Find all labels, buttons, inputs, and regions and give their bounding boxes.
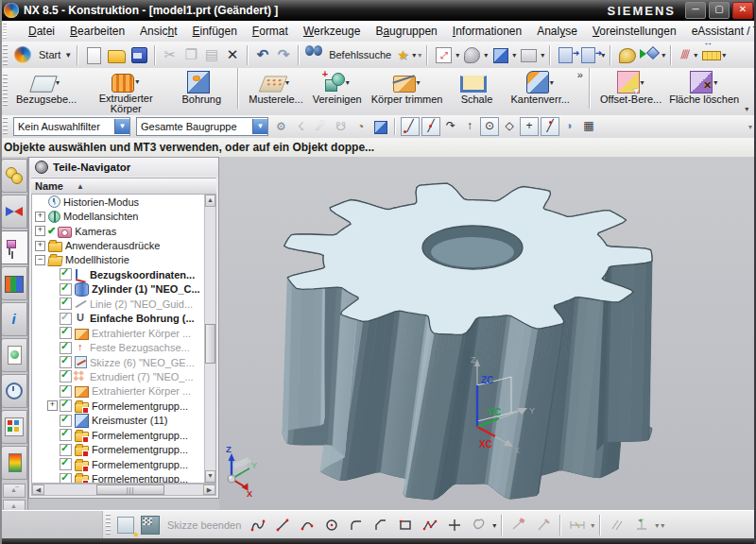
menu-item-format[interactable]: Format	[245, 22, 296, 41]
selbar-options-caret-icon[interactable]: ▾	[748, 123, 752, 131]
window-in-icon[interactable]	[558, 47, 573, 63]
tree-row[interactable]: ✔ Linie (2) "NEO_Guid...	[32, 297, 205, 311]
studio-spline-icon[interactable]	[469, 515, 490, 536]
feature-button-shell[interactable]: ▾ Schale	[446, 69, 507, 114]
tree-row[interactable]: ✔ Bezugskoordinaten...	[32, 267, 205, 281]
tree-row[interactable]: ✔ Formelementgrupp...	[32, 442, 205, 456]
scroll-left-icon[interactable]: ◀	[32, 484, 44, 495]
feature-button-plane[interactable]: ▾ Bezugsebe...	[12, 69, 80, 114]
tree-row[interactable]: ✔ Zylinder (1) "NEO_C...	[32, 282, 205, 297]
checkbox-icon[interactable]	[60, 385, 72, 398]
feature-caret-icon[interactable]: ▾	[713, 78, 717, 87]
menu-item-datei[interactable]: Datei	[21, 22, 62, 41]
snap-point-on-face-icon[interactable]: ◗	[561, 118, 578, 135]
datum-display-icon[interactable]: ⫽⫽	[676, 45, 693, 64]
menu-item-bearbeiten[interactable]: Bearbeiten	[62, 22, 132, 41]
tab-reuse-library[interactable]	[1, 266, 27, 300]
open-file-icon[interactable]	[108, 50, 126, 63]
tree-row[interactable]: ✔ Formelementgrupp...	[32, 457, 205, 471]
checkbox-icon[interactable]	[60, 313, 72, 325]
expander-icon[interactable]: +	[35, 212, 45, 222]
toolbar-grip[interactable]	[3, 74, 8, 107]
snap-point-on-curve-icon[interactable]: ╱	[541, 117, 559, 136]
circle-icon[interactable]	[321, 515, 342, 536]
feature-button-hole[interactable]: ▾ Bohrung	[171, 69, 232, 114]
chamfer-icon[interactable]	[370, 515, 391, 536]
window-minimize-button[interactable]: ─	[685, 2, 706, 19]
menu-item-eassistant-tbk[interactable]: eAssistant / TBK	[684, 22, 756, 41]
feature-caret-icon[interactable]: ▾	[346, 78, 350, 87]
roles-palette-icon[interactable]	[619, 48, 636, 63]
scroll-down-icon[interactable]: ▼	[205, 470, 215, 483]
feature-caret-icon[interactable]: ▾	[641, 78, 644, 87]
arc-icon[interactable]	[297, 515, 318, 536]
profile-icon[interactable]	[248, 515, 268, 536]
feature-button-extrude[interactable]: ▾ Extrudierter Körper	[80, 69, 171, 114]
menu-grip[interactable]	[3, 24, 7, 39]
toolbar-grip[interactable]	[3, 44, 8, 65]
tree-row[interactable]: + ✔ Anwenderausdrücke	[32, 238, 205, 252]
checkbox-icon[interactable]	[60, 327, 72, 339]
tree-row[interactable]: ✔ Feste Bezugsachse...	[32, 340, 205, 354]
menu-item-werkzeuge[interactable]: Werkzeuge	[296, 22, 368, 41]
resource-scroll-top-icon[interactable]: ▲̅	[3, 484, 26, 498]
orient-caret-icon[interactable]: ▾	[512, 51, 516, 60]
selection-scope-combo[interactable]: Gesamte Baugruppe ▼	[136, 117, 268, 136]
menu-item-ansicht[interactable]: Ansicht	[132, 22, 184, 41]
window-maximize-button[interactable]: ▢	[709, 2, 730, 19]
feature-button-unite[interactable]: + ▾ Vereinigen	[307, 69, 368, 114]
spline-caret-icon[interactable]: ▾	[492, 521, 496, 530]
snap-pole-icon[interactable]: ↷	[442, 118, 459, 135]
menu-item-voreinstellungen[interactable]: Voreinstellungen	[585, 22, 684, 41]
snap-arrow-icon[interactable]: ↑	[461, 118, 478, 135]
feature-button-offset[interactable]: ▾ Offset-Bere...	[596, 69, 665, 114]
overflow-chevron-icon[interactable]: »	[576, 68, 585, 81]
display-mode-caret-icon[interactable]: ▾	[541, 51, 544, 60]
tab-web-browser[interactable]	[1, 338, 27, 372]
tree-row[interactable]: ✔ Extrahierter Körper ...	[32, 326, 205, 340]
sort-ascending-icon[interactable]: ▲	[77, 182, 84, 191]
tree-row[interactable]: + ✔ Kameras	[32, 224, 205, 238]
3d-viewport[interactable]: Z ZC YC Y XC X Y X Z	[219, 157, 756, 510]
tree-row[interactable]: ✔ Formelementgrupp...	[32, 471, 205, 484]
shaded-view-icon[interactable]	[464, 47, 480, 63]
tree-row[interactable]: + ✔ Formelementgrupp...	[32, 399, 205, 413]
toolbar-overflow-caret-icon[interactable]: ▾	[418, 51, 421, 60]
highlight-related-icon[interactable]: ⚙	[272, 118, 290, 136]
shaded-caret-icon[interactable]: ▾	[484, 51, 488, 60]
dimension-caret-icon[interactable]: ▾	[591, 521, 594, 530]
snap-center-icon[interactable]: ⊙	[480, 117, 499, 136]
polyline-icon[interactable]	[420, 515, 440, 536]
measure-icon[interactable]	[702, 51, 721, 60]
snap-midpoint-icon[interactable]: ╱	[421, 117, 440, 136]
checkbox-icon[interactable]	[60, 429, 72, 441]
fit-view-icon[interactable]: ⤢	[436, 47, 452, 63]
tree-row[interactable]: ✔ Einfache Bohrung (...	[32, 312, 205, 326]
start-button[interactable]: Start	[39, 49, 60, 60]
tab-assembly-navigator[interactable]	[1, 159, 27, 193]
datum-caret-icon[interactable]: ▾	[694, 51, 697, 60]
checkbox-icon[interactable]	[60, 473, 72, 484]
snap-endpoint-icon[interactable]: ╱	[401, 117, 420, 136]
line-icon[interactable]	[272, 515, 293, 536]
menu-item-einf-gen[interactable]: Einfügen	[184, 22, 244, 41]
combo-dropdown-icon[interactable]: ▼	[252, 119, 267, 134]
snap-intersection-icon[interactable]: +	[520, 117, 539, 136]
scroll-right-icon[interactable]: ▶	[203, 484, 215, 495]
tab-hd3d-tools[interactable]: i	[1, 302, 27, 336]
tree-column-header[interactable]: Name ▲	[31, 178, 216, 195]
feature-caret-icon[interactable]: ▾	[550, 78, 554, 87]
feature-button-blend[interactable]: ▾ Kantenverr...	[507, 69, 573, 114]
checkbox-icon[interactable]	[60, 400, 72, 412]
expander-icon[interactable]: +	[35, 241, 45, 251]
command-finder-label[interactable]: Befehlssuche	[329, 49, 391, 60]
snap-quadrant-icon[interactable]: ◇	[501, 118, 518, 135]
new-file-icon[interactable]	[87, 47, 101, 64]
tab-roles[interactable]	[1, 446, 27, 480]
show-hide-icon[interactable]	[641, 47, 658, 62]
checkbox-icon[interactable]	[60, 415, 72, 427]
toolbar-grip[interactable]	[106, 514, 111, 536]
expander-icon[interactable]: +	[47, 400, 58, 411]
start-caret-icon[interactable]: ▼	[64, 51, 72, 60]
command-finder-icon[interactable]	[307, 49, 324, 60]
